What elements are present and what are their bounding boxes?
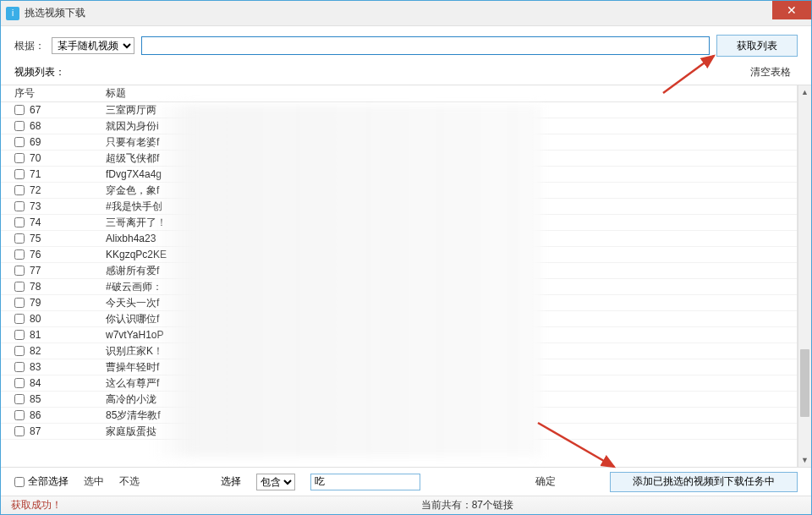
table-row[interactable]: 69只要有老婆f (1, 134, 797, 151)
row-title: #破云画师： (102, 280, 797, 294)
titlebar: i 挑选视频下载 ✕ (1, 1, 811, 26)
table-row[interactable]: 87家庭版蛋挞 (1, 424, 797, 440)
row-seq: 81 (30, 329, 41, 341)
source-label: 根据： (14, 39, 45, 53)
row-checkbox[interactable] (14, 137, 25, 147)
table-row[interactable]: 77感谢所有爱f (1, 263, 797, 279)
row-checkbox[interactable] (14, 249, 25, 260)
url-input[interactable] (141, 36, 710, 55)
row-title: 三室两厅两 (102, 103, 797, 118)
row-title: 今天头一次f (102, 296, 797, 310)
select-all-label: 全部选择 (28, 474, 69, 489)
row-checkbox[interactable] (14, 362, 25, 372)
row-title: 这么有尊严f (102, 376, 797, 391)
row-seq: 71 (30, 168, 41, 180)
filter-select-label: 选择 (221, 474, 241, 489)
row-seq: 70 (30, 152, 41, 164)
uncheck-link[interactable]: 不选 (119, 474, 140, 489)
row-title: 就因为身份i (102, 119, 797, 134)
row-checkbox[interactable] (14, 282, 25, 292)
scrollbar[interactable]: ▲ ▼ (798, 85, 811, 467)
table-row[interactable]: 82识别庄家K！ (1, 343, 797, 359)
row-title: 只要有老婆f (102, 135, 797, 150)
row-checkbox[interactable] (14, 426, 25, 436)
row-checkbox[interactable] (14, 105, 25, 115)
app-icon: i (6, 7, 19, 20)
row-seq: 85 (30, 393, 41, 405)
row-seq: 79 (30, 297, 41, 309)
row-checkbox[interactable] (14, 314, 25, 324)
row-title: 85岁清华教f (102, 408, 797, 423)
select-all-check[interactable]: 全部选择 (14, 474, 69, 489)
row-title: 识别庄家K！ (102, 344, 797, 359)
row-checkbox[interactable] (14, 169, 25, 179)
check-selected-link[interactable]: 选中 (84, 474, 104, 489)
scroll-down-icon[interactable]: ▼ (798, 453, 811, 467)
row-checkbox[interactable] (14, 410, 25, 420)
row-seq: 74 (30, 216, 41, 228)
source-select[interactable]: 某手随机视频 (52, 37, 134, 54)
row-title: KKgzqPc2KE (102, 249, 797, 260)
table-row[interactable]: 83曹操年轻时f (1, 359, 797, 375)
get-list-button[interactable]: 获取列表 (716, 35, 798, 57)
row-checkbox[interactable] (14, 185, 25, 195)
confirm-link[interactable]: 确定 (535, 474, 556, 489)
filter-mode-select[interactable]: 包含 (256, 474, 295, 490)
table-row[interactable]: 78#破云画师： (1, 279, 797, 295)
select-all-checkbox[interactable] (14, 477, 25, 487)
add-task-button[interactable]: 添加已挑选的视频到下载任务中 (610, 472, 798, 492)
row-seq: 86 (30, 409, 41, 421)
row-title: 高冷的小泷 (102, 392, 797, 407)
table-row[interactable]: 71fDvg7X4a4g (1, 167, 797, 183)
row-checkbox[interactable] (14, 233, 25, 244)
table-row[interactable]: 72穿金色，象f (1, 183, 797, 199)
scroll-thumb[interactable] (800, 349, 809, 417)
row-checkbox[interactable] (14, 330, 25, 340)
row-checkbox[interactable] (14, 201, 25, 211)
table-row[interactable]: 68就因为身份i (1, 118, 797, 134)
table-header: 序号 标题 (1, 85, 797, 102)
row-seq: 83 (30, 361, 41, 373)
table-row[interactable]: 8685岁清华教f (1, 408, 797, 424)
table-row[interactable]: 84这么有尊严f (1, 375, 797, 392)
row-checkbox[interactable] (14, 266, 25, 276)
table-body: 67三室两厅两68就因为身份i69只要有老婆f70超级飞侠都f71fDvg7X4… (1, 102, 797, 457)
row-seq: 87 (30, 425, 41, 437)
scroll-track[interactable] (798, 99, 811, 453)
table-row[interactable]: 81w7vtYaH1oP (1, 327, 797, 343)
row-seq: 67 (30, 104, 41, 116)
window-title: 挑选视频下载 (25, 6, 85, 20)
table-row[interactable]: 67三室两厅两 (1, 102, 797, 118)
table-row[interactable]: 75Alixbh4a23 (1, 231, 797, 247)
row-checkbox[interactable] (14, 378, 25, 388)
footer-row: 全部选择 选中 不选 选择 包含 确定 添加已挑选的视频到下载任务中 (1, 467, 811, 496)
close-button[interactable]: ✕ (772, 1, 811, 19)
table-row[interactable]: 80你认识哪位f (1, 311, 797, 327)
statusbar: 获取成功！ 当前共有：87个链接 (1, 496, 811, 514)
clear-table-link[interactable]: 清空表格 (750, 65, 791, 79)
row-checkbox[interactable] (14, 217, 25, 227)
row-checkbox[interactable] (14, 153, 25, 163)
row-seq: 75 (30, 233, 41, 244)
row-checkbox[interactable] (14, 121, 25, 131)
row-title: 曹操年轻时f (102, 360, 797, 375)
table-row[interactable]: 85高冷的小泷 (1, 392, 797, 408)
row-seq: 72 (30, 184, 41, 196)
table-row[interactable]: 73#我是快手创 (1, 199, 797, 215)
row-seq: 80 (30, 313, 41, 325)
row-checkbox[interactable] (14, 298, 25, 308)
table-row[interactable]: 76KKgzqPc2KE (1, 247, 797, 263)
row-title: fDvg7X4a4g (102, 168, 797, 180)
table-row[interactable]: 79今天头一次f (1, 295, 797, 311)
row-title: #我是快手创 (102, 200, 797, 214)
status-left: 获取成功！ (11, 498, 62, 512)
scroll-up-icon[interactable]: ▲ (798, 85, 811, 99)
list-label-row: 视频列表： 清空表格 (1, 62, 811, 85)
filter-text-input[interactable] (310, 474, 420, 490)
row-title: 穿金色，象f (102, 184, 797, 198)
table-row[interactable]: 70超级飞侠都f (1, 151, 797, 167)
table-row[interactable]: 74三哥离开了！ (1, 215, 797, 231)
row-checkbox[interactable] (14, 394, 25, 404)
status-right: 当前共有：87个链接 (421, 498, 513, 512)
row-checkbox[interactable] (14, 346, 25, 356)
